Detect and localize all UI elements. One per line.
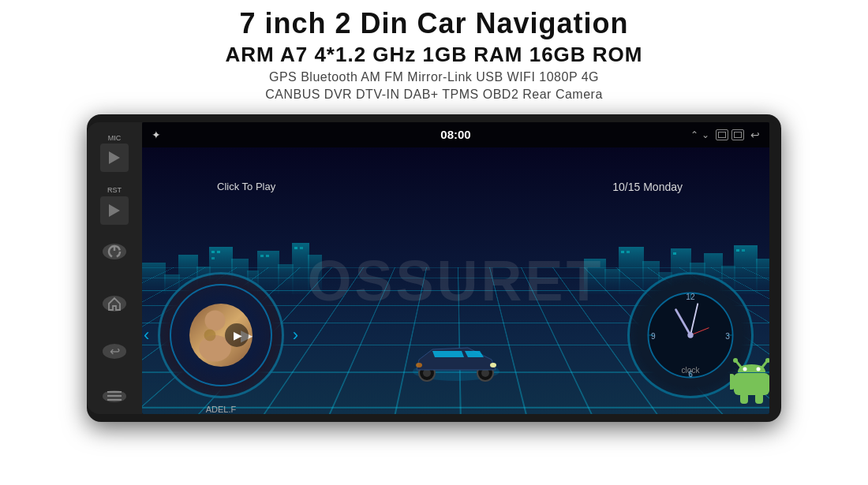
click-to-play-label: Click To Play — [217, 181, 275, 192]
svg-text:9: 9 — [651, 331, 656, 340]
features-line1: GPS Bluetooth AM FM Mirror-Link USB WIFI… — [16, 70, 852, 84]
svg-point-48 — [416, 363, 422, 367]
svg-rect-36 — [673, 252, 676, 255]
status-left: ✦ — [152, 129, 161, 141]
android-logo — [730, 355, 769, 406]
mic-button[interactable] — [100, 144, 129, 172]
device-outer: MIC RST — [87, 114, 781, 422]
back-button[interactable]: ↩ — [103, 344, 126, 359]
svg-rect-21 — [294, 247, 297, 249]
svg-rect-20 — [266, 255, 269, 257]
main-screen: ✦ 08:00 ⌃ ⌄ ↩ — [142, 122, 769, 414]
clock-label: clock — [682, 366, 700, 375]
svg-point-41 — [204, 329, 216, 341]
play-button[interactable]: ▶ — [225, 323, 249, 347]
status-bar: ✦ 08:00 ⌃ ⌄ ↩ — [142, 122, 769, 147]
features-line2: CANBUS DVR DTV-IN DAB+ TPMS OBD2 Rear Ca… — [16, 88, 852, 102]
svg-rect-72 — [755, 393, 763, 404]
svg-rect-68 — [734, 373, 769, 395]
power-button[interactable] — [103, 244, 126, 259]
svg-rect-35 — [627, 251, 630, 253]
window-buttons — [716, 129, 744, 140]
date-display: 10/15 Monday — [612, 181, 683, 193]
back-nav-icon: ↩ — [750, 129, 760, 141]
svg-rect-37 — [736, 249, 739, 252]
music-ring-inner — [170, 284, 272, 386]
prev-button[interactable]: ‹ — [144, 325, 149, 345]
home-button[interactable] — [103, 296, 126, 312]
svg-rect-17 — [217, 251, 220, 253]
svg-rect-69 — [730, 374, 735, 390]
window-btn2 — [731, 129, 744, 140]
svg-rect-18 — [211, 257, 215, 259]
svg-rect-34 — [621, 251, 624, 253]
svg-point-66 — [743, 367, 747, 371]
svg-point-47 — [490, 363, 496, 367]
down-arrow-icon: ⌄ — [702, 129, 709, 140]
svg-rect-16 — [211, 251, 215, 253]
svg-point-57 — [687, 332, 693, 338]
status-time: 08:00 — [440, 128, 470, 141]
svg-rect-22 — [300, 247, 303, 249]
status-right: ⌃ ⌄ ↩ — [690, 129, 760, 141]
side-panel: MIC RST — [87, 122, 142, 414]
svg-point-67 — [757, 367, 761, 371]
window-btn1 — [716, 129, 728, 140]
specs-line: ARM A7 4*1.2 GHz 1GB RAM 16GB ROM — [16, 43, 852, 67]
mic-label: MIC — [108, 134, 122, 143]
svg-rect-38 — [742, 249, 745, 252]
rst-button[interactable] — [100, 196, 129, 225]
svg-point-63 — [733, 358, 738, 363]
rst-label: RST — [107, 186, 122, 195]
bezel-right — [769, 122, 781, 414]
top-section: 7 inch 2 Din Car Navigation ARM A7 4*1.2… — [0, 0, 868, 108]
svg-text:3: 3 — [725, 331, 730, 340]
svg-point-39 — [205, 310, 226, 330]
music-player[interactable]: ‹ › ▶ ADEL.F — [158, 272, 284, 398]
bluetooth-icon: ✦ — [152, 129, 161, 141]
page-container: 7 inch 2 Din Car Navigation ARM A7 4*1.2… — [0, 0, 868, 422]
up-arrow-icon: ⌃ — [690, 129, 698, 140]
screen-background: OSSURET — [142, 147, 769, 414]
device-container: MIC RST — [47, 114, 821, 422]
artist-name: ADEL.F — [158, 405, 284, 414]
svg-rect-71 — [740, 393, 748, 404]
nav-arrows: ⌃ ⌄ — [690, 129, 709, 140]
main-title: 7 inch 2 Din Car Navigation — [16, 8, 852, 39]
car-illustration — [405, 332, 507, 390]
next-button[interactable]: › — [293, 325, 298, 345]
svg-rect-19 — [260, 255, 264, 257]
menu-button[interactable] — [103, 390, 126, 401]
